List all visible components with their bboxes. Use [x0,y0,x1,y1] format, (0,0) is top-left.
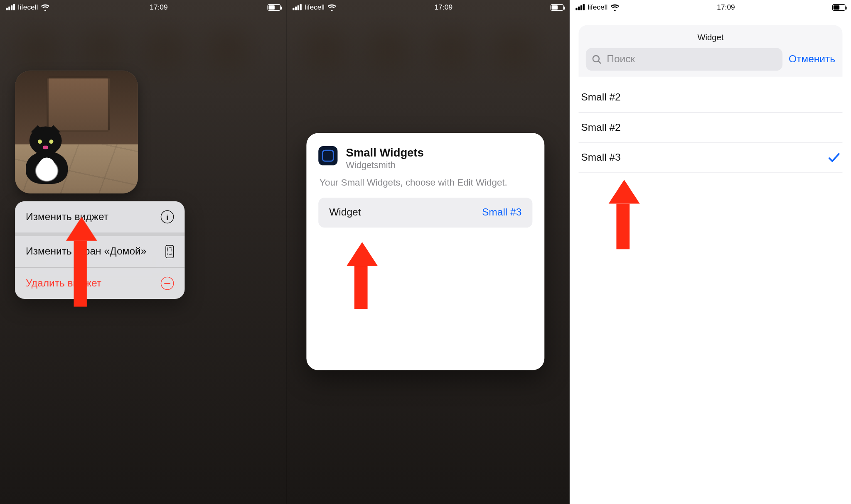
remove-icon [161,277,174,290]
edit-home-item[interactable]: Изменить экран «Домой» [15,232,184,267]
svg-point-0 [593,55,599,61]
info-icon: i [161,210,174,223]
picker-header: Widget Поиск Отменить [578,25,842,77]
widget-option[interactable]: Small #2 [578,113,842,142]
option-label: Small #3 [581,152,620,164]
menu-label: Изменить экран «Домой» [26,245,165,258]
apps-icon [165,245,174,258]
battery-icon [268,4,281,10]
photo-widget[interactable] [15,71,138,193]
status-bar: lifecell 17:09 [570,0,851,13]
clock: 17:09 [150,3,167,11]
screenshot-1: lifecell 17:09 Изменить виджет i Изменит… [0,0,287,504]
search-input[interactable]: Поиск [586,48,783,71]
param-key: Widget [329,207,361,219]
option-label: Small #2 [581,92,620,104]
card-description: Your Small Widgets, choose with Edit Wid… [320,177,531,188]
wifi-icon [610,4,620,10]
screenshot-2: lifecell 17:09 Small Widgets Widgetsmith… [287,0,570,504]
kitten-photo [15,71,138,193]
clock: 17:09 [717,3,735,11]
wifi-icon [41,4,50,10]
option-list: Small #2 Small #2 Small #3 [578,83,842,504]
carrier-label: lifecell [305,3,325,11]
wifi-icon [327,4,337,10]
signal-icon [293,4,302,10]
red-arrow-annotation [609,180,637,249]
battery-icon [832,4,846,10]
carrier-label: lifecell [588,3,608,11]
carrier-label: lifecell [18,3,38,11]
signal-icon [6,4,15,10]
search-placeholder: Поиск [607,53,635,65]
card-title: Small Widgets [346,146,424,159]
widget-option[interactable]: Small #2 [578,83,842,113]
widget-config-card: Small Widgets Widgetsmith Your Small Wid… [306,133,544,370]
cancel-button[interactable]: Отменить [789,53,835,65]
status-bar: lifecell 17:09 [0,0,287,13]
red-arrow-annotation [66,217,95,306]
search-icon [592,54,602,65]
param-value: Small #3 [482,207,521,219]
edit-widget-item[interactable]: Изменить виджет i [15,201,184,232]
screenshot-3: lifecell 17:09 Widget Поиск Отменить Sma… [570,0,851,504]
widget-option[interactable]: Small #3 [578,142,842,172]
widget-param-row[interactable]: Widget Small #3 [318,198,532,228]
signal-icon [576,4,585,10]
picker-title: Widget [586,32,835,42]
red-arrow-annotation [347,242,375,309]
battery-icon [551,4,564,10]
svg-line-1 [598,61,601,63]
widgetsmith-app-icon [318,146,337,165]
delete-widget-item[interactable]: Удалить виджет [15,267,184,299]
clock: 17:09 [435,3,453,11]
option-label: Small #2 [581,122,620,134]
checkmark-icon [828,153,840,162]
status-bar: lifecell 17:09 [287,0,570,13]
context-menu: Изменить виджет i Изменить экран «Домой»… [15,201,184,299]
card-subtitle: Widgetsmith [346,160,424,170]
